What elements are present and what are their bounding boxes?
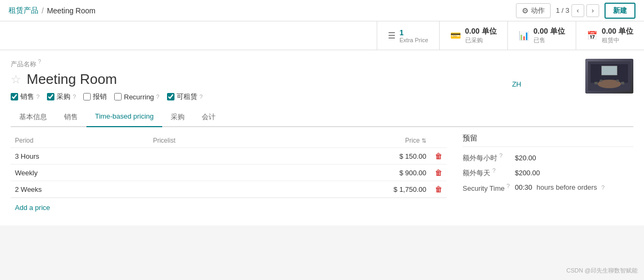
table-row: Weekly $ 900.00 🗑 bbox=[11, 165, 447, 181]
row-delete[interactable]: 🗑 bbox=[431, 148, 447, 165]
summary-renting[interactable]: 📅 0.00 单位 租赁中 bbox=[576, 21, 644, 50]
summary-purchased[interactable]: 💳 0.00 单位 已采购 bbox=[439, 21, 507, 50]
price-table-section: Period Pricelist Price ⇅ 3 Hours $ 150.0… bbox=[11, 134, 447, 217]
extra-price-label: Extra Price bbox=[400, 37, 428, 43]
tab-content: Period Pricelist Price ⇅ 3 Hours $ 150.0… bbox=[11, 134, 633, 217]
col-price: Price ⇅ bbox=[269, 134, 431, 148]
action-button[interactable]: ⚙ 动作 bbox=[516, 3, 551, 18]
row-delete[interactable]: 🗑 bbox=[431, 165, 447, 181]
svg-rect-5 bbox=[594, 82, 598, 84]
recurring-help[interactable]: ? bbox=[156, 94, 160, 100]
checkbox-sale[interactable]: 销售 ? bbox=[11, 92, 39, 102]
favorite-star-icon[interactable]: ☆ bbox=[11, 73, 21, 87]
row-pricelist bbox=[149, 181, 269, 198]
col-pricelist: Pricelist bbox=[149, 134, 269, 148]
next-page-button[interactable]: › bbox=[586, 4, 599, 17]
main-content: 产品名称 ? ☆ Meeting Room 销售 ? 采购 ? bbox=[0, 50, 644, 225]
summary-purchased-text: 0.00 单位 已采购 bbox=[465, 27, 497, 44]
rental-help[interactable]: ? bbox=[200, 94, 203, 100]
summary-bar: ☰ 1 Extra Price 💳 0.00 单位 已采购 📊 0.00 单位 … bbox=[0, 21, 644, 50]
security-time-unit-help[interactable]: ? bbox=[601, 184, 605, 191]
col-period: Period bbox=[11, 134, 149, 148]
breadcrumb: 租赁产品 / Meeting Room bbox=[9, 6, 96, 15]
price-sort-icon[interactable]: ⇅ bbox=[422, 137, 426, 144]
product-title: Meeting Room bbox=[27, 71, 117, 88]
breadcrumb-parent[interactable]: 租赁产品 bbox=[9, 6, 38, 15]
row-price: $ 1,750.00 bbox=[269, 181, 431, 198]
col-actions bbox=[431, 134, 447, 148]
delete-icon[interactable]: 🗑 bbox=[435, 152, 442, 160]
sold-count: 0.00 单位 bbox=[534, 27, 565, 36]
product-name-label: 产品名称 ? bbox=[11, 59, 512, 69]
security-time-unit: hours before orders bbox=[537, 183, 597, 191]
checkbox-report[interactable]: 报销 bbox=[83, 92, 107, 102]
security-time-row: 00:30 hours before orders ? bbox=[515, 183, 605, 191]
checkbox-report-input[interactable] bbox=[83, 93, 91, 100]
svg-rect-7 bbox=[600, 80, 602, 82]
tab-purchase[interactable]: 采购 bbox=[162, 108, 193, 127]
summary-bar-spacer bbox=[0, 21, 377, 50]
checkbox-purchase-input[interactable] bbox=[47, 93, 54, 100]
row-pricelist bbox=[149, 165, 269, 181]
row-price: $ 150.00 bbox=[269, 148, 431, 165]
checkbox-rental[interactable]: 可租赁 ? bbox=[167, 92, 203, 102]
summary-sold-text: 0.00 单位 已售 bbox=[534, 27, 565, 44]
reservation-section: 预留 额外每小时 ? $20.00 额外每天 ? $200.00 Securit… bbox=[463, 134, 633, 217]
checkboxes-row: 销售 ? 采购 ? 报销 Recurring ? bbox=[11, 92, 512, 102]
extra-price-count: 1 bbox=[400, 28, 428, 37]
field-extra-daily: 额外每天 ? $200.00 bbox=[463, 167, 633, 178]
prev-page-button[interactable]: ‹ bbox=[571, 4, 584, 17]
product-title-row: ☆ Meeting Room bbox=[11, 71, 512, 88]
pagination-text: 1 / 3 bbox=[556, 6, 569, 14]
sale-help[interactable]: ? bbox=[36, 94, 39, 100]
checkbox-sale-input[interactable] bbox=[11, 93, 18, 100]
product-name-help[interactable]: ? bbox=[38, 59, 41, 65]
delete-icon[interactable]: 🗑 bbox=[435, 185, 442, 193]
summary-sold[interactable]: 📊 0.00 单位 已售 bbox=[507, 21, 576, 50]
tabs-row: 基本信息 销售 Time-based pricing 采购 会计 bbox=[11, 108, 633, 127]
calendar-icon: 📅 bbox=[587, 30, 598, 41]
purchase-help[interactable]: ? bbox=[73, 94, 76, 100]
checkbox-recurring[interactable]: Recurring ? bbox=[114, 93, 159, 101]
reservation-title: 预留 bbox=[463, 134, 633, 147]
checkbox-recurring-label: Recurring bbox=[124, 93, 154, 101]
summary-extra-price[interactable]: ☰ 1 Extra Price bbox=[377, 21, 439, 50]
delete-icon[interactable]: 🗑 bbox=[435, 168, 442, 177]
add-price-row: Add a price bbox=[11, 198, 447, 217]
language-badge[interactable]: ZH bbox=[512, 80, 521, 88]
security-time-value: 00:30 bbox=[515, 183, 532, 191]
row-period: 2 Weeks bbox=[11, 181, 149, 198]
checkbox-sale-label: 销售 bbox=[20, 92, 34, 102]
extra-daily-help[interactable]: ? bbox=[492, 167, 496, 174]
new-button[interactable]: 新建 bbox=[605, 3, 635, 19]
tab-basic[interactable]: 基本信息 bbox=[11, 108, 55, 127]
renting-count: 0.00 单位 bbox=[602, 27, 633, 36]
summary-extra-price-text: 1 Extra Price bbox=[400, 28, 428, 43]
room-illustration bbox=[588, 61, 631, 91]
purchased-label: 已采购 bbox=[465, 36, 497, 44]
product-image[interactable] bbox=[585, 59, 633, 94]
renting-label: 租赁中 bbox=[602, 36, 633, 44]
security-time-help[interactable]: ? bbox=[506, 183, 510, 189]
tab-accounting[interactable]: 会计 bbox=[193, 108, 224, 127]
checkbox-recurring-input[interactable] bbox=[114, 93, 122, 100]
extra-hourly-help[interactable]: ? bbox=[499, 152, 503, 159]
checkbox-rental-label: 可租赁 bbox=[177, 92, 197, 102]
tab-time-pricing[interactable]: Time-based pricing bbox=[86, 108, 162, 127]
row-delete[interactable]: 🗑 bbox=[431, 181, 447, 198]
field-extra-hourly: 额外每小时 ? $20.00 bbox=[463, 152, 633, 163]
field-security-time: Security Time ? 00:30 hours before order… bbox=[463, 183, 633, 192]
price-table: Period Pricelist Price ⇅ 3 Hours $ 150.0… bbox=[11, 134, 447, 198]
breadcrumb-current: Meeting Room bbox=[47, 6, 96, 15]
svg-rect-3 bbox=[602, 66, 617, 75]
tab-sales[interactable]: 销售 bbox=[55, 108, 86, 127]
pagination: 1 / 3 ‹ › bbox=[556, 4, 599, 17]
price-table-body: 3 Hours $ 150.00 🗑 Weekly $ 900.00 🗑 2 W… bbox=[11, 148, 447, 198]
table-row: 2 Weeks $ 1,750.00 🗑 bbox=[11, 181, 447, 198]
add-price-link[interactable]: Add a price bbox=[11, 200, 54, 215]
checkbox-rental-input[interactable] bbox=[167, 93, 174, 100]
svg-rect-6 bbox=[621, 82, 624, 84]
checkbox-purchase[interactable]: 采购 ? bbox=[47, 92, 76, 102]
action-label: 动作 bbox=[531, 6, 545, 15]
topbar-actions: ⚙ 动作 1 / 3 ‹ › 新建 bbox=[516, 3, 635, 19]
